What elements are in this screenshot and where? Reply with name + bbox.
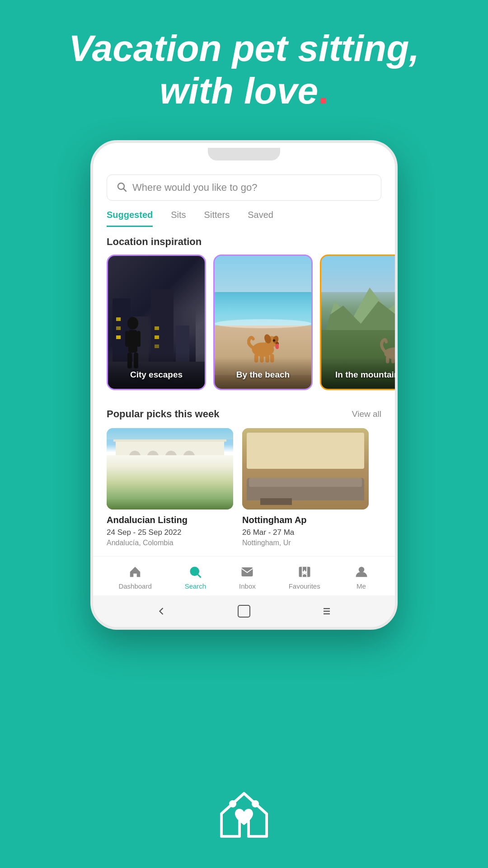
- phone-mockup: Where would you like to go? Suggested Si…: [90, 140, 398, 630]
- phone-notch: [208, 148, 280, 160]
- search-area: Where would you like to go?: [93, 165, 395, 205]
- svg-point-37: [358, 567, 364, 573]
- listing-name-nottingham: Nottingham Ap: [242, 515, 369, 525]
- popular-header: Popular picks this week View all: [107, 408, 381, 420]
- bottom-nav: Dashboard Search: [93, 556, 395, 595]
- svg-point-14: [273, 339, 275, 341]
- hero-title: Vacation pet sitting, with love.: [0, 27, 488, 113]
- popular-section: Popular picks this week View all: [93, 399, 395, 547]
- nav-inbox-label: Inbox: [239, 582, 256, 590]
- search-icon: [116, 181, 127, 194]
- phone-top-bar: [93, 143, 395, 165]
- nav-me-label: Me: [357, 582, 366, 590]
- location-card-city[interactable]: City escapes: [107, 255, 206, 390]
- svg-line-33: [198, 575, 201, 578]
- location-card-mountains[interactable]: In the mountains: [320, 255, 395, 390]
- nav-search-label: Search: [185, 582, 206, 590]
- svg-point-41: [229, 800, 236, 807]
- tab-sitters[interactable]: Sitters: [204, 210, 230, 227]
- view-all-link[interactable]: View all: [352, 409, 381, 419]
- card-city-label: City escapes: [108, 370, 205, 380]
- search-bar[interactable]: Where would you like to go?: [107, 175, 381, 201]
- svg-point-42: [252, 800, 259, 807]
- nav-favourites[interactable]: Favourites: [289, 564, 320, 590]
- search-placeholder: Where would you like to go?: [132, 182, 257, 193]
- card-beach-label: By the beach: [215, 370, 311, 380]
- phone-screen: Where would you like to go? Suggested Si…: [93, 143, 395, 627]
- location-cards-row: City escapes: [93, 255, 395, 399]
- tabs-row: Suggested Sits Sitters Saved: [93, 205, 395, 227]
- svg-rect-4: [125, 331, 129, 347]
- listing-image-andalucian: [107, 428, 233, 509]
- listing-card-nottingham[interactable]: Nottingham Ap 26 Mar - 27 Ma Nottingham,…: [242, 428, 369, 547]
- listing-name-andalucian: Andalucian Listing: [107, 515, 233, 525]
- listing-card-andalucian[interactable]: Andalucian Listing 24 Sep - 25 Sep 2022 …: [107, 428, 233, 547]
- home-icon: [127, 564, 143, 580]
- tab-saved[interactable]: Saved: [248, 210, 273, 227]
- home-button[interactable]: [235, 602, 253, 620]
- listing-location-andalucian: Andalucía, Colombia: [107, 539, 233, 547]
- listing-dates-andalucian: 24 Sep - 25 Sep 2022: [107, 528, 233, 537]
- location-inspiration-title: Location inspiration: [93, 227, 395, 255]
- listing-location-nottingham: Nottingham, Ur: [242, 539, 369, 547]
- listings-row: Andalucian Listing 24 Sep - 25 Sep 2022 …: [107, 428, 381, 547]
- nav-inbox[interactable]: Inbox: [239, 564, 256, 590]
- location-card-beach[interactable]: By the beach: [213, 255, 313, 390]
- nav-me[interactable]: Me: [353, 564, 370, 590]
- svg-rect-3: [128, 330, 137, 353]
- nav-favourites-label: Favourites: [289, 582, 320, 590]
- card-mountains-label: In the mountains: [321, 370, 395, 380]
- svg-point-32: [191, 567, 199, 576]
- profile-icon: [353, 564, 370, 580]
- back-button[interactable]: [152, 602, 170, 620]
- nav-dashboard[interactable]: Dashboard: [118, 564, 151, 590]
- nav-search[interactable]: Search: [185, 564, 206, 590]
- search-nav-icon: [187, 564, 203, 580]
- listing-image-nottingham: [242, 428, 369, 509]
- svg-line-1: [124, 189, 127, 192]
- tab-suggested[interactable]: Suggested: [107, 210, 153, 227]
- favourites-icon: [296, 564, 313, 580]
- tab-sits[interactable]: Sits: [171, 210, 186, 227]
- hero-line2: with love.: [27, 70, 461, 112]
- phone-system-bar: [93, 595, 395, 627]
- recents-button[interactable]: [318, 602, 336, 620]
- svg-rect-5: [137, 331, 141, 347]
- svg-point-2: [127, 317, 138, 330]
- inbox-icon: [239, 564, 255, 580]
- app-logo: [217, 787, 271, 841]
- popular-picks-title: Popular picks this week: [107, 408, 219, 420]
- listing-dates-nottingham: 26 Mar - 27 Ma: [242, 528, 369, 537]
- nav-dashboard-label: Dashboard: [118, 582, 151, 590]
- hero-line1: Vacation pet sitting,: [27, 27, 461, 70]
